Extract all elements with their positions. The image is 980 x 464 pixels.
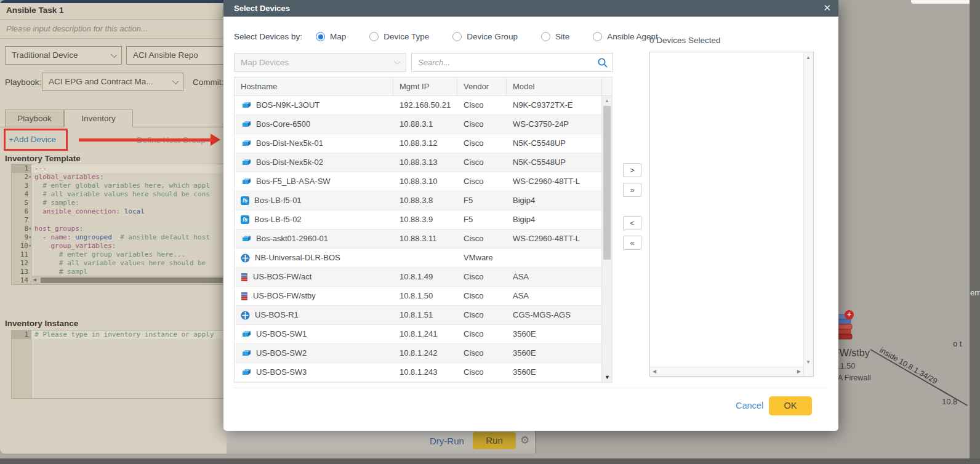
search-input[interactable] (418, 54, 590, 71)
list-vertical-scrollbar[interactable]: ▲ ▼ (803, 52, 813, 376)
scroll-left-icon[interactable]: ◀ (653, 369, 656, 374)
code-text: host_groups: (31, 225, 83, 233)
editor-line[interactable]: 13 # sampl (12, 268, 226, 276)
run-button[interactable]: Run (473, 432, 516, 449)
inventory-template-label: Inventory Template (5, 154, 81, 163)
table-row[interactable]: US-BOS-FW/act10.8.1.49CiscoASA (235, 268, 612, 287)
editor-line[interactable]: 3 # enter global variables here, which a… (12, 182, 226, 190)
search-box (411, 53, 613, 72)
fold-arrow-icon[interactable]: ▾ (28, 173, 31, 182)
table-row[interactable]: f5Bos-LB-f5-0110.88.3.8F5Bigip4 (235, 191, 612, 210)
editor-line[interactable]: 4 # all variable values here should be c… (12, 190, 226, 199)
scrollbar-thumb[interactable] (603, 106, 611, 260)
select-by-label: Select Devices by: (234, 32, 302, 41)
table-row[interactable]: US-BOS-R110.8.1.51CiscoCGS-MGS-AGS (235, 306, 612, 325)
map-devices-dropdown[interactable]: Map Devices (234, 53, 406, 72)
playbook-dropdown[interactable]: ACI EPG and Contract Ma... (42, 73, 183, 91)
code-text: # enter group variables here... (31, 250, 185, 259)
hostname-text: NB-Universal-DLR-BOS (255, 249, 340, 267)
scroll-up-icon[interactable]: ▲ (604, 98, 609, 103)
repo-dropdown[interactable]: ACI Ansible Repo (126, 46, 227, 65)
hostname-text: Bos-askt01-2960-01 (256, 230, 328, 248)
editor-line[interactable]: 7 (12, 216, 226, 225)
move-all-left-button[interactable]: « (623, 236, 641, 250)
editor-line[interactable]: 5 # sample: (12, 199, 226, 207)
radio-device-group[interactable]: Device Group (452, 32, 518, 41)
editor-line[interactable]: 9▾ - name: ungrouped # ansible default h… (12, 233, 226, 242)
editor-line[interactable]: 2▾global_variables: (12, 173, 226, 182)
inventory-instance-label: Inventory Instance (5, 319, 78, 328)
editor-line[interactable]: 8▾host_groups: (12, 225, 226, 233)
editor-line[interactable]: 1--- (12, 164, 226, 173)
editor-line[interactable]: 12 # all variable values here should be (12, 259, 226, 268)
move-right-button[interactable]: > (623, 163, 641, 177)
inventory-instance-editor[interactable]: 1# Please type in inventory instance or … (11, 330, 227, 399)
gear-icon[interactable]: ⚙ (520, 434, 529, 447)
radio-ansible-agent[interactable]: Ansible Agent (593, 32, 658, 41)
editor-line[interactable]: 11 # enter group variables here... (12, 250, 226, 259)
move-left-button[interactable]: < (623, 216, 641, 230)
editor-horizontal-scrollbar[interactable]: ◀ (32, 276, 225, 284)
move-all-right-button[interactable]: » (623, 183, 641, 197)
dry-run-button[interactable]: Dry-Run (430, 436, 464, 446)
scrollbar-thumb[interactable] (41, 278, 223, 283)
list-horizontal-scrollbar[interactable]: ◀ ▶ (650, 367, 803, 376)
tab-inventory[interactable]: Inventory (64, 110, 133, 127)
vendor-cell: Cisco (457, 344, 507, 362)
table-row[interactable]: Bos-Dist-Nex5k-0210.88.3.13CiscoN5K-C554… (235, 153, 612, 172)
table-row[interactable]: Bos-Dist-Nex5k-0110.88.3.12CiscoN5K-C554… (235, 134, 612, 153)
editor-line[interactable]: 10▾ group_variables: (12, 242, 226, 250)
tab-playbook[interactable]: Playbook (5, 110, 64, 127)
model-cell: WS-C2960-48TT-L (507, 172, 602, 191)
mgmt-ip-cell: 10.88.3.9 (393, 210, 457, 229)
table-row[interactable]: US-BOS-FW/stby10.8.1.50CiscoASA (235, 287, 612, 306)
cancel-button[interactable]: Cancel (736, 401, 763, 410)
line-number: 10▾ (12, 242, 31, 250)
table-vertical-scrollbar[interactable]: ▲ ▼ (601, 96, 612, 382)
radio-icon[interactable] (369, 32, 379, 41)
scroll-left-icon[interactable]: ◀ (33, 277, 36, 282)
close-icon[interactable]: ✕ (823, 2, 831, 14)
scroll-down-icon[interactable]: ▼ (604, 374, 610, 380)
radio-icon[interactable] (316, 32, 325, 41)
hostname-text: US-BOS-SW1 (256, 325, 307, 343)
model-cell: WS-C3750-24P (507, 115, 602, 134)
table-row[interactable]: US-BOS-SW110.8.1.241Cisco3560E (235, 325, 612, 344)
device-type-dropdown[interactable]: Traditional Device (5, 46, 122, 65)
ok-button[interactable]: OK (769, 396, 812, 415)
model-cell: WS-C2960-48TT-L (507, 230, 602, 248)
scroll-down-icon[interactable]: ▼ (806, 359, 811, 365)
map-devices-placeholder: Map Devices (241, 58, 289, 67)
radio-map[interactable]: Map (316, 32, 346, 41)
selected-devices-list[interactable]: ▲ ▼ ◀ ▶ (649, 52, 814, 377)
fold-arrow-icon[interactable]: ▾ (28, 242, 31, 250)
radio-icon[interactable] (593, 32, 602, 41)
scroll-right-icon[interactable]: ▶ (797, 369, 801, 374)
hostname-cell: Bos-askt01-2960-01 (235, 230, 393, 248)
table-row[interactable]: Bos-F5_LB-ASA-SW10.88.3.10CiscoWS-C2960-… (235, 172, 612, 191)
column-header-vendor: Vendor (457, 78, 507, 95)
fold-arrow-icon[interactable]: ▾ (28, 233, 31, 242)
vendor-cell: F5 (457, 210, 507, 229)
table-row[interactable]: BOS-N9K-L3OUT192.168.50.21CiscoN9K-C9372… (235, 96, 612, 115)
table-row[interactable]: Bos-Core-650010.88.3.1CiscoWS-C3750-24P (235, 115, 612, 134)
table-row[interactable]: US-BOS-SW310.8.1.243Cisco3560E (235, 363, 612, 382)
hostname-text: Bos-Dist-Nex5k-01 (256, 134, 323, 153)
table-row[interactable]: f5Bos-LB-f5-0210.88.3.9F5Bigip4 (235, 210, 612, 230)
editor-line[interactable]: 6 ansible_connection: local (12, 207, 226, 216)
fold-arrow-icon[interactable]: ▾ (28, 225, 31, 233)
table-row[interactable]: NB-Universal-DLR-BOSVMware (235, 249, 612, 268)
radio-device-type[interactable]: Device Type (369, 32, 429, 41)
code-text (31, 216, 34, 225)
inventory-template-editor[interactable]: 1---2▾global_variables:3 # enter global … (11, 164, 227, 285)
radio-icon[interactable] (541, 32, 550, 41)
radio-icon[interactable] (452, 32, 462, 41)
table-row[interactable]: Bos-askt01-2960-0110.88.3.11CiscoWS-C296… (235, 230, 612, 249)
scroll-up-icon[interactable]: ▲ (806, 55, 811, 60)
radio-site[interactable]: Site (541, 32, 569, 41)
vendor-cell: VMware (457, 249, 507, 267)
table-row[interactable]: US-BOS-SW210.8.1.242Cisco3560E (235, 344, 612, 363)
search-icon[interactable] (597, 57, 608, 68)
description-placeholder[interactable]: Please input description for this action… (6, 24, 148, 33)
editor-line[interactable]: 1# Please type in inventory instance or … (12, 330, 226, 339)
